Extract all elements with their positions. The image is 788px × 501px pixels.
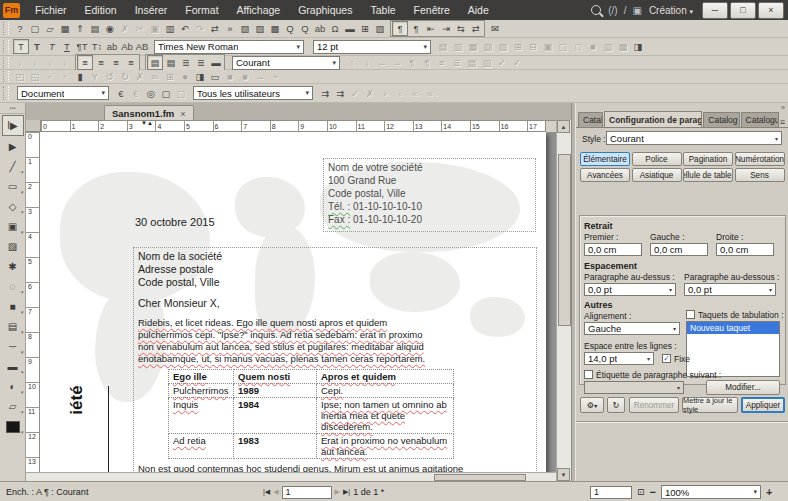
valign-middle-icon[interactable]: ▤ [164, 56, 178, 69]
lock-icon[interactable]: ◉ [103, 22, 117, 35]
letter-date[interactable]: 30 octobre 2015 [135, 216, 215, 228]
paragraph-direction-icon[interactable]: ¶ [409, 22, 423, 35]
vertical-scrollbar-thumb[interactable] [558, 154, 571, 326]
switch-window-icon[interactable]: ⇄ [208, 22, 222, 35]
object-style-tool[interactable]: ▱▾ [3, 397, 23, 416]
panel-tab-configuration-de-paragraphes[interactable]: Configuration de paragraphes [604, 111, 702, 127]
font-size-select[interactable]: 12 pt▾ [313, 40, 431, 54]
text-symbols-icon[interactable]: ¶ [392, 21, 408, 36]
fixe-checkbox[interactable]: ✓ [662, 354, 671, 363]
undo-icon[interactable]: ↶ [178, 22, 192, 35]
attr-button-police[interactable]: Police [632, 152, 682, 166]
attr-button-sens[interactable]: Sens [735, 168, 785, 182]
euro-convert-icon[interactable]: € [114, 87, 128, 100]
group-icon[interactable]: ▧ [238, 22, 252, 35]
bold-icon[interactable]: T [30, 40, 44, 53]
attr-button-cellule-de-tableau[interactable]: Cellule de tableau [683, 168, 733, 182]
indent-decrease-icon[interactable]: ⇤ [424, 22, 438, 35]
set-sides-icon[interactable]: ∘ [178, 70, 192, 83]
mode-select[interactable]: Création ▾ [649, 5, 693, 16]
palette-grip[interactable]: ▪▪▪ [0, 103, 25, 114]
panel-tab-catalogu[interactable]: Catalogu [741, 112, 779, 127]
selection-tool[interactable]: ◌▾ [3, 277, 23, 296]
quick-element-icon[interactable]: » [223, 22, 237, 35]
menu-format[interactable]: Format [176, 0, 227, 20]
bring-to-front-icon[interactable]: ▩ [268, 22, 282, 35]
menu-edition[interactable]: Edition [76, 0, 126, 20]
menu-insérer[interactable]: Insérer [126, 0, 177, 20]
etiquette-checkbox[interactable] [584, 370, 593, 379]
indent-increase-icon[interactable]: ⇥ [439, 22, 453, 35]
panel-tab-catalogu[interactable]: Catalogu [578, 112, 603, 127]
menu-fenêtre[interactable]: Fenêtre [405, 0, 459, 20]
horizontal-scrollbar[interactable] [26, 472, 556, 481]
taquets-list[interactable]: Nouveau taquet [686, 321, 780, 377]
panel-tab-catalog[interactable]: Catalog [703, 112, 739, 127]
menu-affichage[interactable]: Affichage [228, 0, 290, 20]
table-properties-icon[interactable]: ◨ [631, 40, 645, 53]
spelling-icon[interactable]: ab [313, 22, 327, 35]
scroll-up-icon[interactable]: ▲ [557, 120, 570, 133]
align-left-icon[interactable]: ≡ [77, 55, 93, 70]
italic-icon[interactable]: T [45, 40, 59, 53]
author-view-icon[interactable]: / [624, 5, 627, 16]
first-page-icon[interactable]: |◀ [263, 488, 270, 496]
accept-all-changes-icon[interactable]: ⇉ [318, 87, 332, 100]
find-backward-icon[interactable]: Q [298, 22, 312, 35]
overprint-tool[interactable]: ◐▾ [3, 377, 23, 396]
copy-icon[interactable]: ▥ [163, 22, 177, 35]
horizontal-scrollbar-thumb[interactable] [434, 474, 526, 481]
zoom-out-button[interactable]: − [650, 486, 656, 498]
attr-button-élémentaire[interactable]: Élémentaire [580, 152, 630, 166]
tab-close-icon[interactable]: × [180, 109, 185, 119]
uppercase-icon[interactable]: AB [135, 40, 149, 53]
vertical-ruler[interactable]: 01234567891011121314 [26, 132, 40, 481]
color-swatch[interactable]: ▾ [3, 417, 23, 436]
espace-lignes-select[interactable]: 14,0 pt▾ [584, 352, 654, 365]
search-icon[interactable] [591, 5, 601, 15]
main-text-frame[interactable]: Nom de la sociétéAdresse postaleCode pos… [133, 247, 537, 481]
taquet-list-item[interactable]: Nouveau taquet [687, 322, 779, 334]
find-change-icon[interactable]: ◎ [144, 87, 158, 100]
paragraph-spacing-icon[interactable]: ≣ [194, 56, 208, 69]
print-icon[interactable]: ▤ [88, 22, 102, 35]
previous-page-icon[interactable]: ◀ [273, 488, 278, 496]
reject-all-changes-icon[interactable]: ⇉ [333, 87, 347, 100]
menu-aide[interactable]: Aide [459, 0, 498, 20]
insert-image-icon[interactable]: ▧ [373, 22, 387, 35]
zoom-level-select[interactable]: 100%▾ [661, 485, 761, 499]
flip-horizontal-icon[interactable]: ▭ [208, 70, 222, 83]
master-page-icon[interactable]: ▬ [343, 22, 357, 35]
xml-view-icon[interactable]: (/) [608, 5, 617, 16]
letter-table[interactable]: Ego illeQuem nostiApros et quidemPulcher… [168, 369, 454, 459]
line-spacing-icon[interactable]: ≣ [179, 56, 193, 69]
taquets-checkbox[interactable] [686, 310, 695, 319]
par-dessous-select[interactable]: 0,0 pt▾ [684, 283, 776, 296]
font-family-select[interactable]: Times New Roman▾ [154, 40, 304, 54]
direction-rtl-icon[interactable]: ⇄ [469, 22, 483, 35]
lowercase-icon[interactable]: ab [105, 40, 119, 53]
menu-fichier[interactable]: Fichier [26, 0, 76, 20]
align-center-icon[interactable]: ≡ [94, 56, 108, 69]
find-icon[interactable]: Q [283, 22, 297, 35]
letterhead-frame[interactable]: Nom de votre société100 Grand RueCode po… [323, 158, 536, 232]
graphic-frame-tool[interactable]: ▨ [3, 237, 23, 256]
align-justify-icon[interactable]: ≡ [124, 56, 138, 69]
panel-menu-icon[interactable]: ≡ [780, 117, 788, 127]
maximize-button[interactable]: □ [730, 2, 756, 19]
style-select[interactable]: Courant▾ [606, 131, 782, 145]
scale-icon[interactable]: ◨ [193, 70, 207, 83]
attr-button-numérotation[interactable]: Numérotation [735, 152, 785, 166]
valign-top-icon[interactable]: ▤ [147, 55, 163, 70]
premier-input[interactable]: 0,0 cm [584, 243, 642, 256]
object-properties-icon[interactable]: ▮ [73, 70, 87, 83]
underline-icon[interactable]: T [60, 40, 74, 53]
new-change-icon[interactable]: ▢ [159, 87, 173, 100]
review-users-select[interactable]: Tous les utilisateurs▾ [193, 86, 313, 100]
attr-button-pagination[interactable]: Pagination [683, 152, 733, 166]
menu-graphiques[interactable]: Graphiques [289, 0, 361, 20]
close-button[interactable]: × [758, 2, 784, 19]
review-scope-select[interactable]: Document▾ [17, 86, 109, 100]
panel-gear-button[interactable]: ⚙▾ [580, 397, 604, 413]
change-case-icon[interactable]: T↕ [90, 40, 104, 53]
